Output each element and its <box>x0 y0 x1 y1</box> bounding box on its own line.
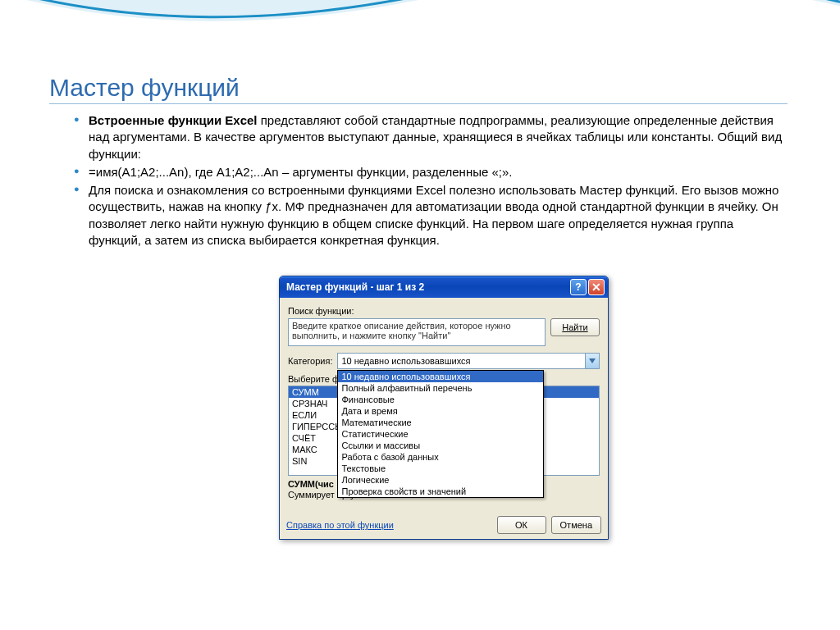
dropdown-item[interactable]: Статистические <box>338 428 543 440</box>
list-item: Для поиска и ознакомления со встроенными… <box>74 182 788 249</box>
help-link[interactable]: Справка по этой функции <box>286 520 497 530</box>
chevron-down-icon[interactable] <box>585 354 599 368</box>
dialog-titlebar[interactable]: Мастер функций - шаг 1 из 2 ? ✕ <box>280 276 608 298</box>
help-icon[interactable]: ? <box>570 279 587 295</box>
dropdown-item[interactable]: Дата и время <box>338 405 543 417</box>
dropdown-item[interactable]: 10 недавно использовавшихся <box>338 371 543 382</box>
slide-title: Мастер функций <box>49 74 788 104</box>
dropdown-item[interactable]: Полный алфавитный перечень <box>338 382 543 394</box>
dropdown-item[interactable]: Ссылки и массивы <box>338 440 543 451</box>
dropdown-item[interactable]: Проверка свойств и значений <box>338 486 543 497</box>
category-combobox[interactable]: 10 недавно использовавшихся 10 недавно и… <box>337 353 600 369</box>
ok-button[interactable]: ОК <box>497 516 546 534</box>
find-button[interactable]: Найти <box>550 318 600 336</box>
search-input[interactable]: Введите краткое описание действия, котор… <box>288 318 546 346</box>
search-label: Поиск функции: <box>288 306 600 316</box>
dropdown-item[interactable]: Работа с базой данных <box>338 451 543 463</box>
function-wizard-dialog: Мастер функций - шаг 1 из 2 ? ✕ Поиск фу… <box>279 276 609 540</box>
dropdown-item[interactable]: Математические <box>338 417 543 428</box>
list-item: Встроенные функции Excel представляют со… <box>74 112 788 162</box>
category-dropdown[interactable]: 10 недавно использовавшихся Полный алфав… <box>337 370 544 498</box>
close-icon[interactable]: ✕ <box>588 279 605 295</box>
category-label: Категория: <box>288 356 332 366</box>
bullet-list: Встроенные функции Excel представляют со… <box>74 112 788 249</box>
list-item: =имя(A1;A2;...An), где A1;A2;...An – арг… <box>74 164 788 180</box>
dropdown-item[interactable]: Текстовые <box>338 463 543 474</box>
dropdown-item[interactable]: Логические <box>338 474 543 486</box>
cancel-button[interactable]: Отмена <box>551 516 601 534</box>
dropdown-item[interactable]: Финансовые <box>338 394 543 405</box>
dialog-title: Мастер функций - шаг 1 из 2 <box>286 281 568 293</box>
